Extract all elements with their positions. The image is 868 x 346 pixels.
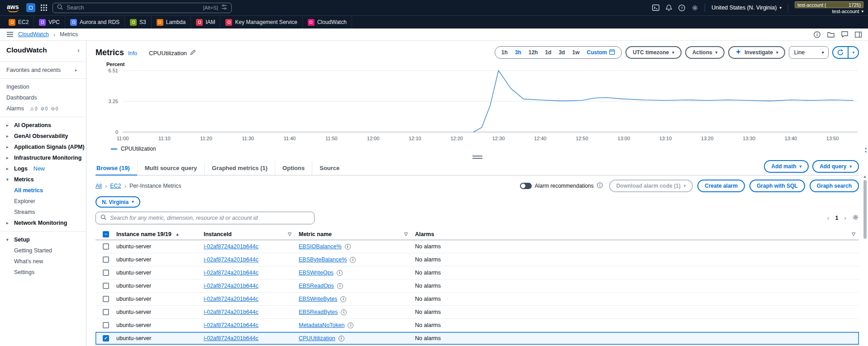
panel-scroll-arrows[interactable]: ▴ ▾ bbox=[865, 147, 867, 154]
time-range-1w[interactable]: 1w bbox=[568, 49, 583, 56]
favorites-bar-item-aurora-and-rds[interactable]: Aurora and RDS bbox=[65, 16, 125, 28]
favorites-bar-item-s3[interactable]: S3 bbox=[125, 16, 152, 28]
next-page-icon[interactable]: › bbox=[844, 214, 846, 222]
investigate-button[interactable]: Investigate ▾ bbox=[728, 46, 785, 59]
instance-id-link[interactable]: i-02af8724a201b644c bbox=[204, 322, 258, 328]
time-range-12h[interactable]: 12h bbox=[525, 49, 542, 56]
settings-gear-icon[interactable] bbox=[692, 5, 698, 11]
select-all-checkbox[interactable]: – bbox=[103, 231, 109, 237]
tab-graphed-metrics-1[interactable]: Graphed metrics (1) bbox=[204, 161, 275, 175]
row-checkbox[interactable] bbox=[103, 256, 109, 263]
favorites-bar-item-vpc[interactable]: VPC bbox=[34, 16, 65, 28]
sidebar-section-network-monitoring[interactable]: ▸Network Monitoring bbox=[0, 218, 86, 228]
vertical-scrollbar[interactable]: ▲ bbox=[862, 175, 868, 345]
instance-id-link[interactable]: i-02af8724a201b644c bbox=[204, 309, 258, 315]
favorites-bar-item-cloudwatch[interactable]: CloudWatch bbox=[303, 16, 352, 28]
tab-browse-19[interactable]: Browse (19) bbox=[95, 161, 137, 175]
sidebar-section-application-signals-apm[interactable]: ▸Application Signals (APM) bbox=[0, 142, 86, 152]
metric-name-link[interactable]: EBSWriteOps bbox=[299, 270, 334, 276]
favorites-bar-item-ec2[interactable]: EC2 bbox=[4, 16, 34, 28]
account-badge[interactable]: test-account ( 1725) bbox=[795, 1, 863, 8]
breadcrumb-all-link[interactable]: All bbox=[95, 183, 102, 189]
sidebar-item-all-metrics[interactable]: All metrics bbox=[0, 185, 86, 196]
download-alarm-code-button[interactable]: Download alarm code (1) ▾ bbox=[609, 180, 693, 192]
refresh-icon[interactable] bbox=[833, 47, 849, 58]
instance-id-link[interactable]: i-02af8724a201b644c bbox=[204, 283, 258, 289]
actions-button[interactable]: Actions ▾ bbox=[685, 46, 725, 59]
notifications-bell-icon[interactable] bbox=[666, 5, 672, 11]
metric-info-icon[interactable]: i bbox=[341, 309, 347, 315]
sidebar-item-what-s-new[interactable]: What's new bbox=[0, 256, 86, 267]
row-checkbox[interactable] bbox=[103, 270, 109, 276]
sidebar-section-ai-operations[interactable]: ▸AI Operations bbox=[0, 120, 86, 131]
metric-info-icon[interactable]: i bbox=[340, 296, 346, 302]
row-checkbox[interactable] bbox=[103, 296, 109, 302]
metric-name-link[interactable]: EBSIOBalance% bbox=[299, 243, 342, 250]
table-row[interactable]: ✓ubuntu-serveri-02af8724a201b644cCPUUtil… bbox=[95, 332, 859, 345]
time-range-custom[interactable]: Custom bbox=[583, 49, 619, 56]
scrollbar-up-icon[interactable]: ▲ bbox=[863, 175, 867, 179]
row-checkbox[interactable] bbox=[103, 322, 109, 328]
metric-info-icon[interactable]: i bbox=[348, 322, 353, 328]
row-checkbox[interactable] bbox=[103, 309, 109, 315]
chart-type-select[interactable]: Line ▾ bbox=[789, 46, 829, 59]
sidebar-item-settings[interactable]: Settings bbox=[0, 267, 86, 278]
metric-name-link[interactable]: MetadataNoToken bbox=[299, 322, 344, 328]
timezone-button[interactable]: UTC timezone ▾ bbox=[625, 46, 682, 59]
favorites-bar-item-iam[interactable]: IAM bbox=[191, 16, 220, 28]
alarm-recommendations-toggle[interactable] bbox=[520, 183, 532, 189]
refresh-options-caret[interactable]: ▾ bbox=[849, 47, 858, 58]
filter-icon[interactable]: ▽ bbox=[852, 232, 855, 237]
info-link[interactable]: Info bbox=[128, 50, 137, 57]
breadcrumb-cloudwatch-link[interactable]: CloudWatch bbox=[18, 31, 49, 38]
sidebar-item-alarms[interactable]: Alarms⚠0⊘0⊖0 bbox=[0, 103, 86, 114]
metrics-chart[interactable]: 6.513.250Percent11:0011:1011:2011:3011:4… bbox=[95, 62, 858, 143]
resize-grip[interactable] bbox=[472, 156, 482, 159]
page-number[interactable]: 1 bbox=[835, 215, 838, 221]
account-menu[interactable]: test-account ( 1725) test-account ▾ bbox=[795, 1, 863, 14]
column-header-instance-name[interactable]: Instance name 19/19 ▲ bbox=[116, 231, 204, 237]
global-search-input[interactable] bbox=[67, 5, 199, 11]
console-home-icon[interactable] bbox=[26, 3, 35, 12]
sort-ascending-icon[interactable]: ▲ bbox=[176, 232, 180, 237]
metric-info-icon[interactable]: i bbox=[339, 336, 344, 341]
metric-info-icon[interactable]: i bbox=[345, 244, 351, 250]
add-math-button[interactable]: Add math ▾ bbox=[764, 160, 809, 173]
sidebar-item-favorites-and-recents[interactable]: Favorites and recents▸ bbox=[0, 65, 86, 76]
create-alarm-button[interactable]: Create alarm bbox=[697, 180, 745, 192]
metric-name-link[interactable]: EBSWriteBytes bbox=[299, 296, 337, 302]
tab-multi-source-query[interactable]: Multi source query bbox=[137, 161, 205, 175]
feedback-icon[interactable] bbox=[841, 31, 848, 38]
column-header-instance-id[interactable]: InstanceId ▽ bbox=[204, 231, 299, 237]
time-range-3d[interactable]: 3d bbox=[555, 49, 568, 56]
graph-with-sql-button[interactable]: Graph with SQL bbox=[749, 180, 805, 192]
table-row[interactable]: ubuntu-serveri-02af8724a201b644cEBSIOBal… bbox=[95, 240, 859, 253]
aws-logo[interactable]: aws bbox=[5, 3, 21, 12]
sidebar-section-metrics[interactable]: ▾Metrics bbox=[0, 174, 86, 185]
metric-search-input[interactable] bbox=[110, 215, 310, 221]
cloudshell-icon[interactable] bbox=[652, 5, 659, 11]
row-checkbox[interactable] bbox=[103, 243, 109, 250]
info-icon[interactable] bbox=[814, 31, 820, 38]
instance-id-link[interactable]: i-02af8724a201b644c bbox=[204, 270, 258, 276]
sidebar-collapse-icon[interactable]: ‹ bbox=[77, 47, 80, 54]
help-icon[interactable]: ? bbox=[678, 5, 685, 11]
sidebar-item-ingestion[interactable]: Ingestion bbox=[0, 81, 86, 92]
edit-pencil-icon[interactable] bbox=[190, 49, 196, 57]
time-range-3h[interactable]: 3h bbox=[511, 49, 525, 56]
favorites-bar-item-lambda[interactable]: Lambda bbox=[152, 16, 191, 28]
sidebar-section-genai-observability[interactable]: ▸GenAI Observability bbox=[0, 131, 86, 142]
table-row[interactable]: ubuntu-serveri-02af8724a201b644cMetadata… bbox=[95, 319, 859, 332]
legend-label[interactable]: CPUUtilization bbox=[121, 146, 156, 152]
tab-source[interactable]: Source bbox=[312, 161, 347, 175]
search-settings-icon[interactable] bbox=[221, 4, 227, 12]
metric-name-link[interactable]: CPUUtilization bbox=[299, 335, 335, 341]
column-header-alarms[interactable]: Alarms ▽ bbox=[415, 231, 859, 237]
table-row[interactable]: ubuntu-serveri-02af8724a201b644cEBSWrite… bbox=[95, 266, 859, 280]
instance-id-link[interactable]: i-02af8724a201b644c bbox=[204, 296, 258, 302]
favorites-bar-item-key-management-service[interactable]: Key Management Service bbox=[220, 16, 302, 28]
table-row[interactable]: ubuntu-serveri-02af8724a201b644cEBSByteB… bbox=[95, 253, 859, 266]
folder-icon[interactable] bbox=[827, 32, 835, 38]
table-settings-gear-icon[interactable] bbox=[852, 214, 859, 222]
previous-page-icon[interactable]: ‹ bbox=[827, 214, 830, 222]
